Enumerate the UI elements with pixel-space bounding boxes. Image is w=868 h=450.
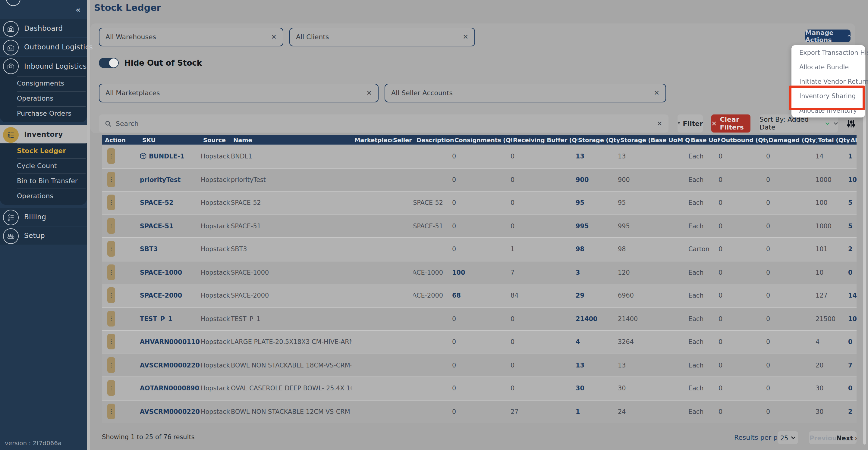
- cell-storage[interactable]: 1: [575, 408, 617, 415]
- sidebar-item-inbound-logistics[interactable]: Inbound Logistics: [0, 57, 87, 76]
- cell-outbound: 0: [718, 269, 766, 276]
- table-row[interactable]: ⋮SPACE-52HopstackSPACE-52SPACE-52009595E…: [102, 191, 857, 214]
- column-header-storage: Storage (Qty): [578, 136, 620, 143]
- search-placeholder: Search: [116, 120, 657, 127]
- row-actions-button[interactable]: ⋮: [107, 241, 115, 257]
- sidebar-item-outbound-logistics[interactable]: Outbound Logistics: [0, 38, 87, 56]
- column-header-source: Source: [203, 136, 233, 143]
- sku-link[interactable]: SPACE-2000: [140, 292, 182, 299]
- row-actions-button[interactable]: ⋮: [107, 380, 115, 396]
- table-row[interactable]: ⋮AOTARN000089026HopstackOVAL CASEROLE DE…: [102, 377, 857, 400]
- cell-description: SPACE-2000: [413, 292, 452, 299]
- row-actions-button[interactable]: ⋮: [107, 264, 115, 280]
- cell-storage[interactable]: 995: [575, 222, 617, 229]
- previous-label: Previous: [809, 434, 841, 441]
- previous-page-button[interactable]: ‹Previous: [809, 431, 837, 444]
- page-size-select[interactable]: 25: [778, 431, 798, 444]
- row-actions-button[interactable]: ⋮: [107, 195, 115, 211]
- cell-receiving: 0: [510, 385, 575, 392]
- cell-storage[interactable]: 30: [575, 385, 617, 392]
- sidebar-subitem-operations[interactable]: Operations: [0, 189, 87, 204]
- warehouse-icon: [3, 21, 19, 37]
- table-row[interactable]: ⋮AVSCRM000022018HopstackBOWL NON STACKAB…: [102, 353, 857, 377]
- sidebar-subitem-bin-to-bin-transfer[interactable]: Bin to Bin Transfer: [0, 173, 87, 189]
- sku-link[interactable]: BUNDLE-1: [149, 153, 184, 160]
- clear-seller-icon[interactable]: ✕: [654, 89, 659, 97]
- table-row[interactable]: ⋮TEST_P_1HopstackTEST_P_1002140021400Eac…: [102, 307, 857, 330]
- clear-warehouse-icon[interactable]: ✕: [271, 33, 277, 41]
- sku-link[interactable]: SBT3: [140, 246, 158, 253]
- sidebar-item-setup[interactable]: Setup: [0, 226, 87, 245]
- cell-storage[interactable]: 900: [575, 176, 617, 183]
- clear-client-icon[interactable]: ✕: [463, 33, 468, 41]
- menu-item-allocate-bundle[interactable]: Allocate Bundle: [792, 60, 865, 74]
- sidebar-item-billing[interactable]: Billing: [0, 208, 87, 226]
- cell-total: 21500: [815, 315, 847, 322]
- sidebar-item-dashboard[interactable]: Dashboard: [0, 19, 87, 37]
- cell-storage[interactable]: 4: [575, 338, 617, 346]
- sidebar-collapse-button[interactable]: «: [76, 5, 81, 14]
- sidebar-subitem-cycle-count[interactable]: Cycle Count: [0, 158, 87, 173]
- row-actions-button[interactable]: ⋮: [107, 218, 115, 234]
- next-page-button[interactable]: Next›: [837, 431, 857, 444]
- sku-link[interactable]: SPACE-52: [140, 199, 173, 206]
- sidebar-item-label: Billing: [24, 213, 46, 221]
- cell-sku: SPACE-51: [139, 222, 200, 229]
- clear-filters-button[interactable]: ✕ Clear Filters: [711, 115, 750, 132]
- cell-source: Hopstack: [200, 338, 230, 346]
- table-row[interactable]: ⋮SPACE-1000HopstackSPACE-1000SPACE-10001…: [102, 261, 857, 284]
- sku-link[interactable]: priorityTest: [140, 176, 181, 183]
- filter-button[interactable]: Filter: [678, 115, 703, 132]
- seller-account-filter-select[interactable]: All Seller Accounts ✕: [384, 84, 666, 102]
- sku-link[interactable]: SPACE-1000: [140, 269, 182, 276]
- row-actions-button[interactable]: ⋮: [107, 288, 115, 303]
- row-actions-button[interactable]: ⋮: [107, 357, 115, 373]
- sku-link[interactable]: AVSCRM000022012: [140, 408, 200, 415]
- sidebar-subitem-stock-ledger[interactable]: Stock Ledger: [0, 143, 87, 158]
- cell-allocated: 2: [847, 246, 857, 253]
- cell-storage[interactable]: 13: [575, 361, 617, 369]
- sku-link[interactable]: SPACE-51: [140, 222, 173, 229]
- cell-base_uom: Each: [688, 153, 718, 160]
- bundle-cube-icon: [140, 153, 147, 160]
- client-filter-select[interactable]: All Clients ✕: [289, 28, 475, 46]
- table-row[interactable]: ⋮AVSCRM000022012HopstackBOWL NON STACKAB…: [102, 400, 857, 423]
- menu-item-export-transaction-history[interactable]: Export Transaction History: [792, 45, 865, 60]
- table-row[interactable]: ⋮BUNDLE-1HopstackBNDL1001313Each00141: [102, 144, 857, 168]
- cell-storage[interactable]: 98: [575, 246, 617, 253]
- clear-marketplace-icon[interactable]: ✕: [367, 89, 372, 97]
- sku-link[interactable]: AVSCRM000022018: [140, 361, 200, 369]
- table-row[interactable]: ⋮SPACE-51HopstackSPACE-51SPACE-510099599…: [102, 214, 857, 237]
- clear-search-icon[interactable]: ✕: [657, 120, 662, 127]
- cell-storage[interactable]: 13: [575, 153, 617, 160]
- marketplace-filter-select[interactable]: All Marketplaces ✕: [99, 84, 378, 102]
- hide-out-of-stock-toggle[interactable]: [99, 58, 119, 68]
- sidebar-subitem-consignments[interactable]: Consignments: [0, 76, 87, 91]
- warehouse-filter-select[interactable]: All Warehouses ✕: [99, 28, 283, 46]
- search-input[interactable]: Search ✕: [99, 115, 669, 132]
- cell-storage[interactable]: 21400: [575, 315, 617, 322]
- cell-name: SPACE-52: [230, 199, 351, 206]
- row-actions-button[interactable]: ⋮: [107, 172, 115, 187]
- table-row[interactable]: ⋮SPACE-2000HopstackSPACE-2000SPACE-20006…: [102, 284, 857, 307]
- sku-link[interactable]: AHVARN000011018: [140, 338, 200, 346]
- row-actions-button[interactable]: ⋮: [107, 311, 115, 326]
- sku-link[interactable]: AOTARN000089026: [140, 385, 200, 392]
- annotation-highlight-box: [789, 86, 865, 110]
- table-row[interactable]: ⋮AHVARN000011018HopstackLARGE PLATE-20.5…: [102, 330, 857, 353]
- sidebar-item-inventory[interactable]: Inventory: [0, 125, 87, 143]
- cell-storage[interactable]: 95: [575, 199, 617, 206]
- manage-actions-button[interactable]: Manage Actions: [805, 30, 850, 42]
- sidebar-subitem-operations[interactable]: Operations: [0, 91, 87, 106]
- cell-storage[interactable]: 3: [575, 269, 617, 276]
- warehouse-filter-value: All Warehouses: [105, 33, 156, 41]
- row-actions-button[interactable]: ⋮: [107, 404, 115, 419]
- table-row[interactable]: ⋮SBT3HopstackSBT3019898Carton001012: [102, 237, 857, 261]
- cell-allocated: 2: [847, 408, 857, 415]
- cell-storage[interactable]: 29: [575, 292, 617, 299]
- sidebar-subitem-purchase-orders[interactable]: Purchase Orders: [0, 106, 87, 121]
- sku-link[interactable]: TEST_P_1: [140, 315, 173, 322]
- row-actions-button[interactable]: ⋮: [107, 149, 115, 164]
- table-row[interactable]: ⋮priorityTestHopstackpriorityTest0090090…: [102, 168, 857, 191]
- row-actions-button[interactable]: ⋮: [107, 334, 115, 350]
